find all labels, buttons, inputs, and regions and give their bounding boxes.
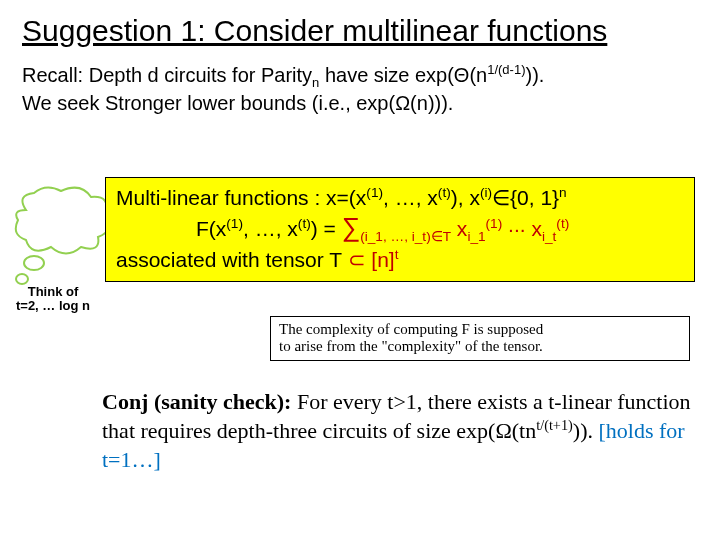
conjecture-block: Conj (sanity check): For every t>1, ther… [102,388,692,474]
sup: t/(t+1) [536,417,573,433]
sup: (1) [366,185,383,200]
definition-box: Multi-linear functions : x=(x(1), …, x(t… [105,177,695,282]
txt: ), x [451,186,480,209]
sup: (t) [556,216,569,231]
sup: (1) [226,216,243,231]
sup: t [395,247,399,262]
thought-bubble-icon [6,185,114,295]
recall-text: )). [526,64,545,86]
txt: Think of [28,284,79,299]
txt: associated with tensor T [116,248,348,271]
txt: , …, x [243,217,298,240]
txt: x [451,217,467,240]
sup: (t) [298,216,311,231]
txt: , …, x [383,186,438,209]
summation-icon: ∑ [342,212,361,242]
sum-sub: (i_1, …, i_t)∈T [360,229,451,244]
txt: The complexity of computing F is suppose… [279,321,543,337]
conj-label: Conj (sanity check): [102,389,297,414]
recall-block: Recall: Depth d circuits for Parityn hav… [0,58,720,118]
txt: ) = [311,217,342,240]
txt: ··· x [502,217,542,240]
recall-text: Recall: Depth d circuits for Parity [22,64,312,86]
sup: n [559,185,567,200]
def-line1: Multi-linear functions : x=(x(1), …, x(t… [116,184,684,211]
txt: t=2, … log n [16,298,90,313]
svg-point-1 [16,274,28,284]
sup: (1) [486,216,503,231]
slide-title: Suggestion 1: Consider multilinear funct… [0,0,720,58]
sup: (t) [438,185,451,200]
sub: i_t [542,229,556,244]
complexity-note: The complexity of computing F is suppose… [270,316,690,361]
sub: i_1 [467,229,485,244]
txt: )). [573,418,599,443]
sup-exp: 1/(d-1) [487,62,525,77]
sup: (i) [480,185,492,200]
recall-text: have size exp(Θ(n [319,64,487,86]
txt: F(x [196,217,226,240]
recall-text: We seek Stronger lower bounds (i.e., exp… [22,92,453,114]
def-line3: associated with tensor T ⊂ [n]t [116,246,684,273]
svg-point-0 [24,256,44,270]
txt: to arise from the "complexity" of the te… [279,338,543,354]
txt: [n] [366,248,395,271]
def-line2: F(x(1), …, x(t)) = ∑(i_1, …, i_t)∈T xi_1… [116,211,684,245]
subset-icon: ⊂ [348,248,366,271]
thought-label: Think of t=2, … log n [8,285,98,314]
txt: Multi-linear functions : x=(x [116,186,366,209]
txt: ∈{0, 1} [492,186,559,209]
